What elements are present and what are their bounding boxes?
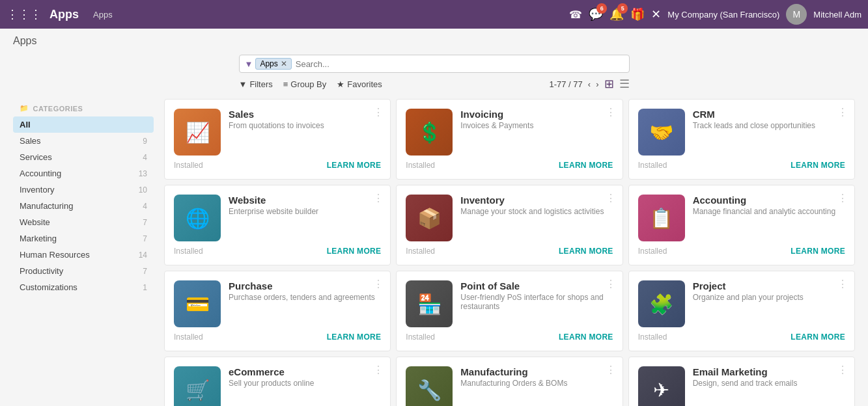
app-card-top: 🏪 Point of Sale User-friendly PoS interf… (406, 280, 613, 327)
prev-page-icon[interactable]: ‹ (588, 79, 591, 89)
app-card-menu[interactable]: ⋮ (837, 192, 848, 204)
sidebar-item-label: Marketing (20, 234, 57, 243)
sidebar-item-inventory[interactable]: Inventory10 (13, 182, 154, 198)
app-desc: Organize and plan your projects (693, 293, 845, 302)
app-card-menu[interactable]: ⋮ (606, 364, 616, 376)
app-card-menu[interactable]: ⋮ (373, 364, 384, 376)
sidebar-item-manufacturing[interactable]: Manufacturing4 (13, 198, 154, 214)
favorites-button[interactable]: ★ Favorites (337, 79, 382, 89)
app-learn-more[interactable]: LEARN MORE (327, 161, 382, 170)
avatar[interactable]: M (786, 4, 807, 25)
sidebar-item-human-resources[interactable]: Human Resources14 (13, 247, 154, 263)
favorites-label: Favorites (347, 79, 382, 89)
sidebar-item-label: Manufacturing (20, 201, 73, 211)
sidebar-item-label: Productivity (20, 266, 63, 276)
app-status: Installed (638, 247, 667, 256)
app-learn-more[interactable]: LEARN MORE (791, 332, 845, 342)
app-card-menu[interactable]: ⋮ (373, 278, 384, 290)
app-card-menu[interactable]: ⋮ (373, 106, 384, 118)
app-info: Website Enterprise website builder (229, 195, 381, 221)
sidebar-item-productivity[interactable]: Productivity7 (13, 263, 154, 279)
app-name: Website (229, 195, 381, 206)
app-icon: 📦 (406, 195, 453, 241)
gift-icon[interactable]: 🎁 (630, 7, 645, 21)
app-card: ⋮ 🧩 Project Organize and plan your proje… (628, 271, 855, 351)
folder-icon: 📁 (20, 104, 29, 113)
company-name: My Company (San Francisco) (667, 10, 779, 20)
phone-icon[interactable]: ☎ (569, 8, 582, 21)
sidebar-item-accounting[interactable]: Accounting13 (13, 165, 154, 182)
search-input[interactable] (296, 59, 624, 69)
next-page-icon[interactable]: › (596, 79, 598, 89)
app-info: Manufacturing Manufacturing Orders & BOM… (460, 366, 613, 393)
app-status: Installed (638, 161, 667, 170)
list-view-icon[interactable]: ☰ (619, 77, 630, 91)
grid-menu-icon[interactable]: ⋮⋮⋮ (7, 7, 42, 21)
app-learn-more[interactable]: LEARN MORE (791, 247, 845, 256)
app-learn-more[interactable]: LEARN MORE (559, 161, 613, 170)
sidebar-item-all[interactable]: All (13, 116, 154, 133)
app-card-top: 📈 Sales From quotations to invoices (174, 109, 381, 156)
app-card-menu[interactable]: ⋮ (837, 106, 848, 118)
sidebar: 📁 CATEGORIES AllSales9Services4Accountin… (13, 99, 154, 406)
app-card-bottom: Installed LEARN MORE (638, 327, 845, 342)
sidebar-item-customizations[interactable]: Customizations1 (13, 279, 154, 295)
sidebar-item-website[interactable]: Website7 (13, 214, 154, 230)
app-card-menu[interactable]: ⋮ (837, 278, 848, 290)
app-icon: 📈 (174, 109, 221, 156)
notification-badge: 5 (617, 3, 628, 14)
controls-left: ▼ Filters ≡ Group By ★ Favorites (239, 79, 382, 89)
close-icon[interactable]: ✕ (651, 7, 661, 21)
sidebar-item-label: Human Resources (20, 250, 90, 260)
sidebar-item-label: All (20, 120, 31, 129)
app-info: Project Organize and plan your projects (693, 280, 845, 307)
app-info: eCommerce Sell your products online (229, 366, 381, 393)
sidebar-item-count: 1 (143, 283, 147, 292)
app-card-menu[interactable]: ⋮ (837, 364, 848, 376)
app-card-bottom: Installed LEARN MORE (174, 156, 381, 170)
controls-row: ▼ Filters ≡ Group By ★ Favorites 1-77 / … (239, 77, 630, 91)
grid-view-icon[interactable]: ⊞ (604, 77, 614, 91)
app-card-menu[interactable]: ⋮ (373, 192, 384, 204)
app-learn-more[interactable]: LEARN MORE (559, 332, 613, 342)
search-tag-remove[interactable]: ✕ (281, 59, 287, 68)
app-card-top: 🌐 Website Enterprise website builder (174, 195, 381, 241)
app-info: Point of Sale User-friendly PoS interfac… (460, 280, 613, 316)
app-card: ⋮ 💳 Purchase Purchase orders, tenders an… (164, 271, 391, 351)
search-row: ▼ Apps ✕ (239, 55, 630, 73)
groupby-button[interactable]: ≡ Group By (283, 79, 327, 89)
chat-icon[interactable]: 💬6 (589, 7, 603, 21)
app-card: ⋮ 📦 Inventory Manage your stock and logi… (396, 185, 623, 265)
notification-icon[interactable]: 🔔5 (609, 7, 624, 21)
app-name: CRM (693, 109, 845, 120)
app-status: Installed (174, 161, 203, 170)
pagination-label: 1-77 / 77 (549, 79, 582, 89)
app-learn-more[interactable]: LEARN MORE (791, 161, 845, 170)
app-card-top: 🧩 Project Organize and plan your project… (638, 280, 845, 327)
filters-button[interactable]: ▼ Filters (239, 79, 273, 89)
app-info: Accounting Manage financial and analytic… (693, 195, 845, 221)
sidebar-item-count: 7 (143, 267, 147, 276)
app-icon: 🛒 (174, 366, 221, 406)
sidebar-item-count: 7 (143, 218, 147, 227)
app-card-menu[interactable]: ⋮ (606, 278, 616, 290)
app-card: ⋮ 📋 Accounting Manage financial and anal… (628, 185, 855, 265)
app-status: Installed (406, 247, 435, 256)
sidebar-item-label: Accounting (20, 169, 61, 178)
sidebar-item-count: 13 (139, 169, 147, 178)
app-learn-more[interactable]: LEARN MORE (327, 332, 382, 342)
app-info: CRM Track leads and close opportunities (693, 109, 845, 135)
page-header: Apps (0, 29, 868, 51)
sidebar-item-count: 7 (143, 234, 147, 243)
app-info: Inventory Manage your stock and logistic… (460, 195, 613, 221)
sidebar-item-marketing[interactable]: Marketing7 (13, 230, 154, 247)
app-card-top: ✈ Email Marketing Design, send and track… (638, 366, 845, 406)
app-learn-more[interactable]: LEARN MORE (327, 247, 382, 256)
sidebar-item-sales[interactable]: Sales9 (13, 133, 154, 149)
app-card-menu[interactable]: ⋮ (606, 106, 616, 118)
app-learn-more[interactable]: LEARN MORE (559, 247, 613, 256)
topbar: ⋮⋮⋮ Apps Apps ☎ 💬6 🔔5 🎁 ✕ My Company (Sa… (0, 0, 868, 29)
app-card-menu[interactable]: ⋮ (606, 192, 616, 204)
app-card-top: 🤝 CRM Track leads and close opportunitie… (638, 109, 845, 156)
sidebar-item-services[interactable]: Services4 (13, 149, 154, 165)
